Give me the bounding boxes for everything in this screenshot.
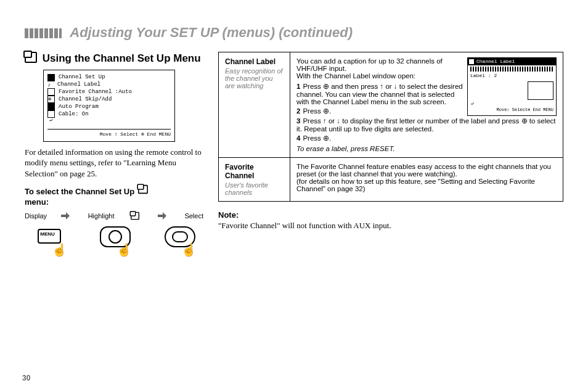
return-icon: ⤶ [49,118,54,125]
tv-icon [131,212,139,220]
osd-item: Favorite Channel :Auto [59,89,132,96]
remote-illustrations: ☝ ☝ ☝ [25,226,203,255]
osd-icon: ⊕ [47,96,55,103]
arrow-icon [61,212,73,220]
step: 3Press ↑ or ↓ to display the first lette… [296,117,557,133]
feature-name: Channel Label [225,57,284,66]
note-icon: ♪ [47,82,54,88]
page-title: Adjusting Your SET UP (menus) (continued… [25,25,563,41]
nav-highlight: Highlight [88,212,115,220]
osd-title: Channel Set Up [59,74,105,81]
paragraph: For detailed information on using the re… [25,147,203,179]
subheading-text: To select the Channel Set Up [25,187,134,196]
osd-item: Channel Skip/Add [59,96,112,103]
mini-osd-bar [470,67,553,72]
mini-osd-footer: Move↕ Select⊕ End MENU [470,107,553,113]
step-text: Press ↑ or ↓ to display the first letter… [296,117,556,133]
note-body: "Favorite Channel" will not function wit… [218,221,563,231]
left-column: Using the Channel Set Up Menu Channel Se… [25,52,203,255]
osd-item: Cable: On [59,111,89,118]
feature-name: Favorite Channel [225,163,284,180]
feature-desc-cell: The Favorite Channel feature enables eas… [290,158,563,202]
feature-label-cell: Favorite Channel User's favorite channel… [219,158,290,202]
note-heading: Note: [218,210,563,220]
fav-text-2: (for details on how to set up this featu… [296,178,557,192]
remote-select-button: ☝ [161,226,197,255]
feature-label-cell: Channel Label Easy recognition of the ch… [219,52,290,158]
step: 4Press ⊕. [296,134,557,142]
feature-desc-cell: Channel Label Label : 2 ⤶ Move↕ Select⊕ … [290,52,563,158]
nav-select: Select [184,212,203,220]
remote-dpad: ☝ [96,226,132,255]
subheading-line2: menu: [25,197,203,207]
osd-icon [469,59,474,64]
feature-subtitle: User's favorite channels [225,181,284,196]
hand-icon: ☝ [116,244,132,256]
osd-icon [47,110,55,118]
feature-table: Channel Label Easy recognition of the ch… [218,52,563,202]
page-number: 30 [22,374,30,382]
osd-icon [47,88,55,96]
osd-icon [47,74,55,81]
osd-item: Auto Program [59,104,99,110]
mini-osd-thumbnail [528,81,553,100]
page-title-text: Adjusting Your SET UP (menus) (continued… [70,25,353,40]
osd-channel-label: Channel Label Label : 2 ⤶ Move↕ Select⊕ … [467,57,557,116]
erase-note: To erase a label, press RESET. [296,145,557,152]
return-icon: ⤶ [470,101,553,107]
right-column: Channel Label Easy recognition of the ch… [218,52,563,255]
hand-icon: ☝ [52,244,67,256]
open-text: With the Channel Label window open: [296,72,464,80]
fav-text-1: The Favorite Channel feature enables eas… [296,163,557,178]
tv-icon [138,185,148,194]
tv-icon [25,52,37,63]
title-ornament-icon [25,28,62,38]
arrow-icon [158,212,170,220]
intro-text: You can add a caption for up to 32 chann… [296,57,464,72]
hand-icon: ☝ [181,244,197,256]
step-text: Press ⊕. [303,107,331,115]
remote-menu-button: ☝ [31,226,67,255]
osd-icon [47,103,55,110]
mini-osd-title: Channel Label [476,59,515,65]
osd-main: Channel Set Up ♪ Channel Label Favorite … [43,70,175,142]
nav-row: Display Highlight Select [25,210,203,221]
mini-osd-label: Label : 2 [470,73,553,79]
step-text: Press ⊕ and then press ↑ or ↓ to select … [296,83,463,105]
osd-footer: Move ↕ Select ⊕ End MENU [47,129,171,138]
step-text: Press ⊕. [303,134,331,142]
subheading: To select the Channel Set Up [25,184,203,196]
feature-subtitle: Easy recognition of the channel you are … [225,67,284,89]
section-heading: Using the Channel Set Up Menu [25,52,203,65]
section-heading-text: Using the Channel Set Up Menu [43,52,201,64]
nav-display: Display [25,212,47,220]
osd-item: Channel Label [57,81,100,88]
